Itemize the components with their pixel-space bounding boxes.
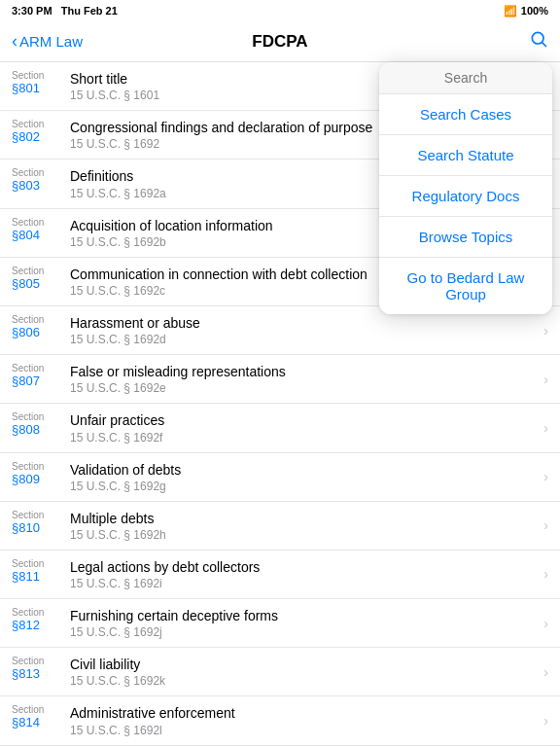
section-label-text: Section <box>12 217 70 228</box>
section-label-col: Section §807 <box>12 363 70 388</box>
section-label-col: Section §810 <box>12 510 70 535</box>
section-usc: 15 U.S.C. § 1692f <box>70 431 538 445</box>
section-number: §810 <box>12 520 70 535</box>
section-label-text: Section <box>12 266 70 276</box>
chevron-right-icon: › <box>543 372 548 387</box>
section-number: §808 <box>12 422 70 437</box>
chevron-right-icon: › <box>543 323 548 338</box>
back-label: ARM Law <box>19 33 83 50</box>
section-number: §802 <box>12 129 70 144</box>
section-row[interactable]: Section §810 Multiple debts 15 U.S.C. § … <box>0 502 560 551</box>
section-row[interactable]: Section §814 Administrative enforcement … <box>0 696 560 745</box>
section-name: Civil liability <box>70 656 538 673</box>
section-label-col: Section §812 <box>12 607 70 632</box>
section-number: §805 <box>12 276 70 291</box>
section-number: §814 <box>12 715 70 729</box>
chevron-right-icon: › <box>543 420 548 436</box>
chevron-right-icon: › <box>543 713 548 729</box>
section-name: Multiple debts <box>70 510 538 527</box>
svg-point-0 <box>532 32 543 44</box>
section-number: §812 <box>12 618 70 632</box>
chevron-right-icon: › <box>543 664 548 680</box>
section-content: Civil liability 15 U.S.C. § 1692k <box>70 656 538 688</box>
svg-line-1 <box>542 43 546 47</box>
back-chevron-icon: ‹ <box>12 31 18 52</box>
section-name: Administrative enforcement <box>70 704 538 722</box>
section-number: §813 <box>12 666 70 681</box>
section-content: Legal actions by debt collectors 15 U.S.… <box>70 558 538 590</box>
section-label-text: Section <box>12 461 70 472</box>
section-name: Validation of debts <box>70 461 538 479</box>
section-row[interactable]: Section §809 Validation of debts 15 U.S.… <box>0 453 560 502</box>
section-number: §801 <box>12 81 70 95</box>
section-label-col: Section §809 <box>12 461 70 486</box>
section-label-col: Section §804 <box>12 217 70 242</box>
status-time-date: 3:30 PM Thu Feb 21 <box>12 5 118 17</box>
section-label-text: Section <box>12 167 70 178</box>
search-button[interactable] <box>529 29 548 53</box>
section-number: §809 <box>12 472 70 486</box>
section-label-text: Section <box>12 607 70 618</box>
section-label-col: Section §814 <box>12 704 70 729</box>
section-usc: 15 U.S.C. § 1692l <box>70 724 538 737</box>
section-row[interactable]: Section §808 Unfair practices 15 U.S.C. … <box>0 404 560 452</box>
section-number: §804 <box>12 228 70 242</box>
section-label-col: Section §813 <box>12 656 70 681</box>
section-label-text: Section <box>12 510 70 520</box>
section-label-text: Section <box>12 70 70 81</box>
section-label-text: Section <box>12 314 70 325</box>
section-name: Unfair practices <box>70 411 538 429</box>
section-number: §807 <box>12 374 70 388</box>
section-usc: 15 U.S.C. § 1692e <box>70 381 538 395</box>
section-usc: 15 U.S.C. § 1692k <box>70 674 538 688</box>
dropdown-item-regulatory-docs[interactable]: Regulatory Docs <box>379 176 552 217</box>
section-number: §803 <box>12 178 70 193</box>
section-content: Furnishing certain deceptive forms 15 U.… <box>70 607 538 639</box>
section-name: Harassment or abuse <box>70 314 538 332</box>
section-row[interactable]: Section §807 False or misleading represe… <box>0 355 560 404</box>
section-label-text: Section <box>12 558 70 569</box>
section-name: False or misleading representations <box>70 363 538 380</box>
section-content: Administrative enforcement 15 U.S.C. § 1… <box>70 704 538 736</box>
dropdown-item-search-statute[interactable]: Search Statute <box>379 135 552 176</box>
wifi-icon: 📶 <box>504 5 517 18</box>
section-label-col: Section §802 <box>12 119 70 144</box>
section-label-text: Section <box>12 411 70 422</box>
search-dropdown: Search CasesSearch StatuteRegulatory Doc… <box>379 62 552 314</box>
section-row[interactable]: Section §813 Civil liability 15 U.S.C. §… <box>0 648 560 696</box>
section-row[interactable]: Section §812 Furnishing certain deceptiv… <box>0 599 560 648</box>
section-label-text: Section <box>12 119 70 129</box>
section-label-col: Section §808 <box>12 411 70 437</box>
section-label-text: Section <box>12 363 70 374</box>
status-bar: 3:30 PM Thu Feb 21 📶 100% <box>0 0 560 21</box>
section-content: False or misleading representations 15 U… <box>70 363 538 395</box>
section-usc: 15 U.S.C. § 1692j <box>70 625 538 639</box>
section-label-col: Section §805 <box>12 266 70 291</box>
section-label-text: Section <box>12 656 70 666</box>
section-content: Harassment or abuse 15 U.S.C. § 1692d <box>70 314 538 346</box>
section-label-text: Section <box>12 704 70 715</box>
section-usc: 15 U.S.C. § 1692g <box>70 480 538 493</box>
section-row[interactable]: Section §811 Legal actions by debt colle… <box>0 551 560 599</box>
dropdown-item-bedard-law[interactable]: Go to Bedard Law Group <box>379 258 552 314</box>
dropdown-item-browse-topics[interactable]: Browse Topics <box>379 217 552 258</box>
section-label-col: Section §811 <box>12 558 70 584</box>
back-button[interactable]: ‹ ARM Law <box>12 31 83 52</box>
search-icon <box>529 31 548 53</box>
section-name: Furnishing certain deceptive forms <box>70 607 538 624</box>
section-label-col: Section §803 <box>12 167 70 193</box>
section-content: Unfair practices 15 U.S.C. § 1692f <box>70 411 538 444</box>
dropdown-item-search-cases[interactable]: Search Cases <box>379 94 552 135</box>
chevron-right-icon: › <box>543 469 548 484</box>
section-number: §811 <box>12 569 70 584</box>
section-label-col: Section §801 <box>12 70 70 95</box>
section-usc: 15 U.S.C. § 1692h <box>70 528 538 542</box>
section-name: Legal actions by debt collectors <box>70 558 538 576</box>
nav-title: FDCPA <box>252 32 307 52</box>
status-icons: 📶 100% <box>504 5 548 18</box>
section-usc: 15 U.S.C. § 1692i <box>70 577 538 590</box>
chevron-right-icon: › <box>543 616 548 631</box>
dropdown-search-input[interactable] <box>379 62 552 94</box>
section-label-col: Section §806 <box>12 314 70 339</box>
battery-icon: 100% <box>521 5 548 17</box>
